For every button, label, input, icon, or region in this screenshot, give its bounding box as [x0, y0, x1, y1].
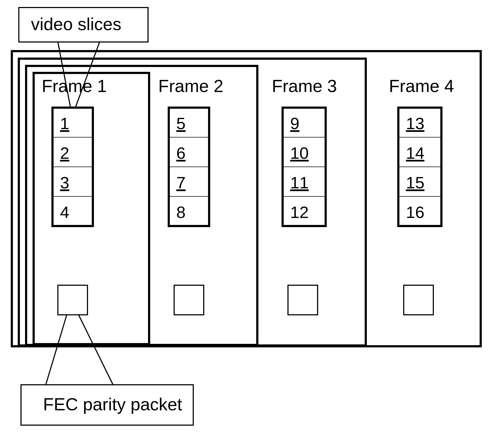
fec-parity-icon — [174, 285, 204, 315]
slice-number: 5 — [176, 114, 185, 133]
fec-parity-icon — [288, 285, 318, 315]
slice-number: 15 — [406, 173, 424, 192]
slice-number: 10 — [290, 144, 309, 162]
fec-parity-icon — [404, 285, 433, 315]
slice-number: 13 — [406, 114, 424, 133]
slice-number: 3 — [60, 173, 69, 192]
frame-3-slices: 9 10 11 12 — [283, 108, 326, 226]
frame-4-slices: 13 14 15 16 — [398, 108, 441, 226]
frame-1-slices: 1 2 3 4 — [52, 108, 93, 226]
slice-number: 2 — [60, 144, 69, 162]
frame-2-slices: 5 6 7 8 — [169, 108, 209, 226]
slice-number: 7 — [176, 173, 185, 192]
slice-number: 4 — [60, 203, 69, 221]
slice-number: 14 — [406, 144, 424, 162]
slice-number: 12 — [290, 203, 309, 221]
slice-number: 11 — [290, 173, 309, 192]
slice-number: 16 — [406, 203, 424, 221]
callout-line — [79, 315, 113, 385]
slice-number: 1 — [60, 114, 69, 133]
frame-2-title: Frame 2 — [158, 76, 223, 96]
slice-number: 8 — [176, 203, 185, 221]
video-slices-label: video slices — [31, 14, 121, 34]
frame-4-title: Frame 4 — [389, 76, 454, 96]
fec-parity-icon — [58, 285, 87, 315]
slice-number: 9 — [290, 114, 299, 133]
fec-parity-label: FEC parity packet — [43, 394, 182, 414]
callout-line — [46, 315, 67, 385]
group-outer-1 — [34, 73, 149, 344]
diagram-canvas: Frame 1 Frame 2 Frame 3 Frame 4 1 2 3 4 … — [0, 0, 492, 448]
slice-number: 6 — [176, 144, 185, 162]
frame-1-title: Frame 1 — [42, 76, 107, 96]
frame-3-title: Frame 3 — [272, 76, 337, 96]
group-outer-3 — [19, 59, 366, 345]
